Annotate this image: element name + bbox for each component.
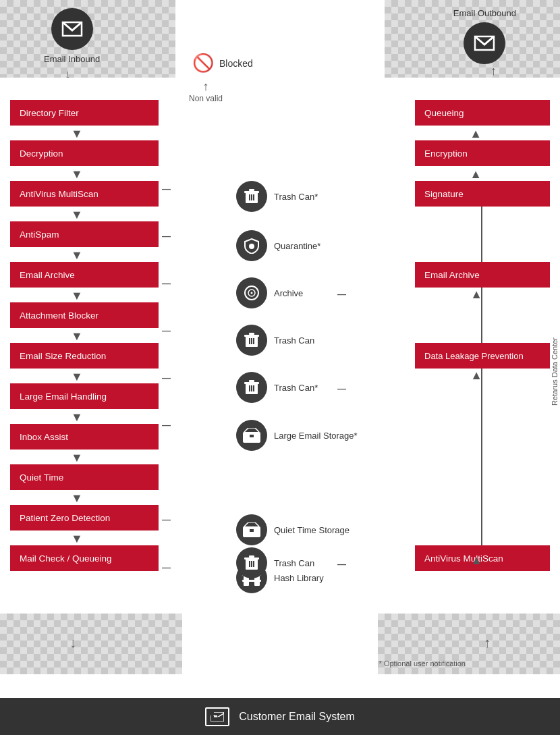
svg-rect-38 (211, 712, 214, 715)
antivirus-multiscan-right-box[interactable]: AntiVirus MultiScan (415, 545, 550, 571)
arrow-bottom-right-up: ↑ (484, 635, 491, 651)
arrow-outbound-up: ↑ (491, 64, 497, 78)
svg-rect-13 (249, 333, 254, 335)
arrow-after-decryption: ▼ (71, 167, 83, 182)
customer-email-bar: Customer Email System (0, 698, 560, 735)
arrow-after-patient-zero: ▼ (71, 532, 83, 546)
svg-rect-35 (251, 561, 252, 567)
dash-large-email-left: — (162, 420, 171, 430)
trash-can-3-label: Trash Can* (274, 383, 318, 393)
quiet-time-storage-icon (236, 514, 267, 545)
large-email-storage-container: Large Email Storage* (236, 420, 358, 451)
trash-can-4-label: Trash Can (274, 558, 314, 568)
arrow-queueing-down: ▲ (470, 127, 482, 141)
dash-quiet-time-left: — (162, 514, 171, 524)
svg-rect-36 (253, 561, 254, 567)
email-inbound-container: Email Inbound (44, 8, 100, 64)
svg-rect-40 (213, 717, 219, 718)
dash-attachment-left: — (162, 325, 171, 335)
customer-bar-icon (205, 707, 229, 726)
signature-box[interactable]: Signature (415, 181, 550, 207)
svg-rect-32 (244, 557, 259, 560)
svg-rect-22 (253, 385, 254, 391)
email-outbound-icon (464, 22, 505, 64)
svg-rect-4 (249, 194, 250, 200)
email-outbound-container: Email Outbound (453, 8, 516, 64)
svg-rect-33 (249, 555, 254, 557)
dash-archive-right: — (337, 289, 346, 299)
email-inbound-label: Email Inbound (44, 54, 100, 64)
encryption-box[interactable]: Encryption (415, 140, 550, 166)
arrow-after-attachment: ▼ (71, 329, 83, 344)
svg-rect-41 (213, 718, 217, 719)
vertical-line-archive-dlp (481, 288, 482, 347)
arrow-after-antivirus: ▼ (71, 208, 83, 222)
svg-rect-16 (253, 338, 254, 344)
non-valid-arrow-up: ↑ (203, 80, 209, 94)
trash-can-4-container: Trash Can (236, 547, 314, 578)
archive-label: Archive (274, 288, 303, 298)
arrow-to-antivirus-right: ▲ (470, 553, 482, 568)
directory-filter-box[interactable]: Directory Filter (10, 100, 159, 126)
svg-rect-30 (242, 580, 261, 582)
svg-rect-20 (249, 385, 250, 391)
arrow-after-email-archive: ▼ (71, 289, 83, 303)
quiet-time-box[interactable]: Quiet Time (10, 464, 159, 490)
archive-container: Archive (236, 277, 303, 308)
queueing-box[interactable]: Queueing (415, 100, 550, 126)
dash-mail-check-right: — (337, 559, 346, 569)
arrow-after-size-reduction: ▼ (71, 370, 83, 384)
svg-rect-3 (249, 189, 254, 191)
email-size-reduction-box[interactable]: Email Size Reduction (10, 343, 159, 369)
arrow-after-directory-filter: ▼ (71, 127, 83, 141)
trash-can-2-container: Trash Can (236, 325, 314, 356)
dash-size-reduction-left: — (162, 373, 171, 383)
large-email-storage-icon (236, 420, 267, 451)
svg-rect-18 (244, 382, 259, 384)
trash-can-1-icon (236, 181, 267, 212)
dash-antivirus-left: — (162, 184, 171, 194)
email-archive-right-box[interactable]: Email Archive (415, 262, 550, 288)
email-outbound-label: Email Outbound (453, 8, 516, 18)
arrow-after-quiet-time: ▼ (71, 491, 83, 506)
quiet-time-storage-label: Quiet Time Storage (274, 525, 349, 535)
large-email-handling-box[interactable]: Large Email Handling (10, 383, 159, 409)
arrow-bottom-left-down: ↓ (69, 635, 76, 651)
svg-point-10 (251, 292, 253, 294)
arrow-after-inbox-assist: ▼ (71, 451, 83, 465)
inbox-assist-box[interactable]: Inbox Assist (10, 424, 159, 450)
svg-rect-5 (251, 194, 252, 200)
mail-check-box[interactable]: Mail Check / Queueing (10, 545, 159, 571)
decryption-box[interactable]: Decryption (10, 140, 159, 166)
dash-hash-library-left: — (162, 562, 171, 572)
data-leakage-prevention-box[interactable]: Data Leakage Prevention (415, 343, 550, 369)
retarus-label: Retarus Data Center (551, 337, 559, 406)
quiet-time-storage-container: Quiet Time Storage (236, 514, 349, 545)
trash-can-2-label: Trash Can (274, 335, 314, 346)
trash-can-3-icon (236, 372, 267, 403)
non-valid-container: ↑ Non valid (189, 80, 223, 103)
dash-archive-left: — (162, 278, 171, 288)
quarantine-icon (236, 230, 267, 261)
quarantine-container: Quarantine* (236, 230, 320, 261)
svg-rect-21 (251, 385, 252, 391)
blocked-container: 🚫 Blocked (192, 53, 253, 74)
dash-antispam-left: — (162, 231, 171, 241)
svg-rect-6 (253, 194, 254, 200)
blocked-icon: 🚫 (192, 53, 214, 74)
patient-zero-box[interactable]: Patient Zero Detection (10, 505, 159, 530)
attachment-blocker-box[interactable]: Attachment Blocker (10, 302, 159, 328)
svg-rect-34 (249, 561, 250, 567)
non-valid-label: Non valid (189, 94, 223, 103)
email-archive-left-box[interactable]: Email Archive (10, 262, 159, 288)
arrow-after-antispam: ▼ (71, 248, 83, 263)
email-inbound-icon (51, 8, 93, 50)
trash-can-1-label: Trash Can* (274, 192, 318, 202)
checker-bg-bottom-left (0, 614, 182, 674)
svg-rect-24 (250, 435, 254, 437)
svg-rect-2 (244, 191, 259, 193)
svg-rect-26 (250, 529, 254, 532)
antispam-box[interactable]: AntiSpam (10, 221, 159, 247)
antivirus-multiscan-box[interactable]: AntiVirus MultiScan (10, 181, 159, 207)
svg-rect-15 (251, 338, 252, 344)
